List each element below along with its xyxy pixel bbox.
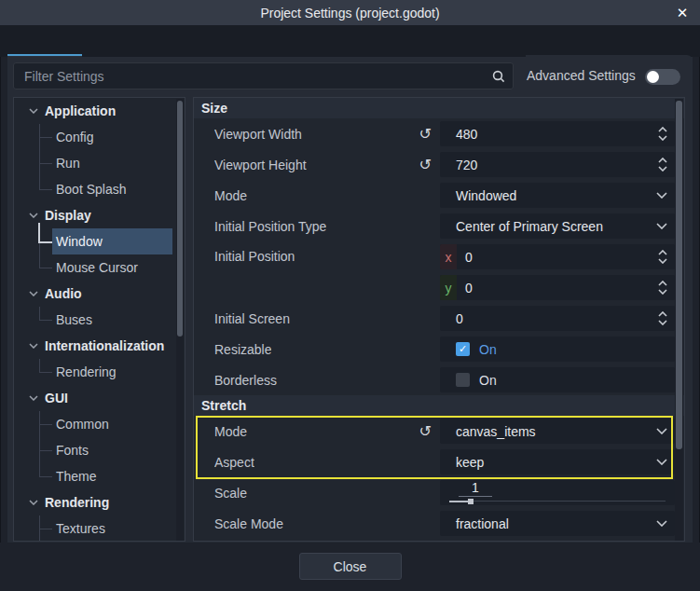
revert-icon[interactable]: ↺ (419, 127, 432, 142)
tree-category-internationalization[interactable]: Internationalization (14, 333, 185, 359)
tree-category-application[interactable]: Application (14, 98, 185, 124)
search-icon (491, 69, 506, 84)
initial-position-type-dropdown[interactable]: Center of Primary Screen (440, 213, 675, 239)
chevron-down-icon (29, 395, 38, 401)
section-title: Size (201, 101, 227, 116)
chevron-down-icon (29, 343, 38, 349)
scale-mode-dropdown[interactable]: fractional (440, 511, 675, 536)
setting-row-viewport-width: Viewport Width↺ 480 (194, 118, 684, 149)
revert-icon[interactable]: ↺ (419, 158, 432, 172)
x-axis-label: x (440, 244, 457, 269)
setting-label: Aspect (214, 455, 254, 470)
tree-guide-line (32, 359, 52, 385)
setting-label: Mode (214, 188, 247, 203)
tree-item-boot-splash[interactable]: Boot Splash (14, 176, 185, 202)
tree-item-label: Rendering (52, 359, 172, 385)
tree-item-fonts[interactable]: Fonts (14, 437, 185, 463)
tree-item-label: GUI (45, 391, 68, 405)
title-bar: Project Settings (project.godot) ✕ (0, 0, 700, 25)
chevron-down-icon[interactable] (656, 520, 667, 527)
chevron-down-icon (29, 291, 38, 296)
spinbox-value: 720 (447, 158, 658, 172)
tree-item-theme[interactable]: Theme (14, 463, 185, 489)
tree-guide-line (32, 124, 52, 150)
tree-item-mouse-cursor[interactable]: Mouse Cursor (14, 254, 185, 281)
tree-item-run[interactable]: Run (14, 150, 185, 176)
tree-guide-line (32, 254, 52, 281)
tree-item-buses[interactable]: Buses (14, 307, 185, 333)
dropdown-value: canvas_items (447, 424, 656, 439)
dropdown-value: keep (447, 455, 656, 470)
revert-icon[interactable]: ↺ (419, 424, 432, 439)
setting-label: Borderless (214, 373, 277, 388)
setting-row-initial-screen: Initial Screen 0 (194, 303, 684, 334)
tree-category-audio[interactable]: Audio (14, 281, 185, 307)
advanced-settings-toggle[interactable] (645, 69, 680, 85)
spinbox-value: 0 (457, 281, 658, 296)
chevron-down-icon[interactable] (656, 192, 667, 199)
tree-guide-line (32, 463, 52, 489)
tree-item-rendering[interactable]: Rendering (14, 359, 185, 385)
tree-guide-line (32, 411, 52, 437)
tree-item-label: Mouse Cursor (52, 254, 172, 281)
chevron-down-icon[interactable] (656, 459, 667, 465)
setting-label: Initial Screen (214, 311, 290, 326)
toggle-knob (647, 71, 659, 83)
tree-item-common[interactable]: Common (14, 411, 185, 437)
chevron-down-icon (29, 500, 38, 505)
viewport-height-spinbox[interactable]: 720 (440, 152, 675, 177)
check-glyph: ✓ (459, 343, 467, 355)
viewport-width-spinbox[interactable]: 480 (440, 121, 675, 146)
scale-spin-slider[interactable]: 1 (440, 480, 675, 505)
close-button[interactable]: Close (299, 553, 402, 580)
tree-guide-line (32, 150, 52, 176)
tree-item-label: Display (45, 208, 91, 223)
setting-row-stretch-scale: Scale 1 (194, 477, 684, 508)
checkbox-label: On (479, 342, 497, 357)
panel-scrollbar[interactable] (675, 99, 683, 542)
spinner-updown-icon[interactable] (658, 250, 667, 264)
tree-category-rendering[interactable]: Rendering (14, 489, 185, 515)
y-axis-label: y (440, 275, 457, 300)
tab-strip: General Input Map Localization Globals P… (0, 25, 700, 57)
resizable-checkbox-row[interactable]: ✓ On (440, 337, 675, 362)
chevron-down-icon[interactable] (656, 428, 667, 434)
close-icon[interactable]: ✕ (673, 4, 692, 22)
tree-item-label: Application (45, 103, 116, 118)
spinner-updown-icon[interactable] (658, 311, 667, 325)
scrollbar-thumb[interactable] (676, 101, 682, 449)
tree-item-label: Common (52, 411, 172, 437)
tree-category-gui[interactable]: GUI (14, 385, 185, 411)
settings-tree: Application Config Run Boot Splash Displ… (13, 97, 185, 542)
checkbox-label: On (479, 373, 497, 388)
search-input[interactable] (13, 62, 514, 89)
tree-guide-line (32, 515, 52, 542)
stretch-mode-dropdown[interactable]: canvas_items (440, 419, 675, 444)
tree-item-textures[interactable]: Textures (14, 515, 185, 542)
checkbox-icon[interactable] (456, 373, 470, 387)
chevron-down-icon[interactable] (656, 223, 667, 229)
tree-guide-line (32, 307, 52, 333)
slider-grabber[interactable] (468, 499, 474, 504)
initial-position-y-spinbox[interactable]: y 0 (440, 275, 675, 300)
spinner-updown-icon[interactable] (658, 158, 667, 172)
spinner-updown-icon[interactable] (658, 127, 667, 141)
setting-label: Resizable (214, 342, 271, 357)
tree-item-window[interactable]: Window (14, 228, 185, 254)
sidebar-scrollbar[interactable] (176, 99, 184, 541)
scrollbar-thumb[interactable] (177, 101, 183, 337)
stretch-aspect-dropdown[interactable]: keep (440, 449, 675, 474)
setting-row-stretch-mode: Mode↺ canvas_items (194, 416, 684, 447)
borderless-checkbox-row[interactable]: On (440, 367, 675, 392)
setting-row-viewport-height: Viewport Height↺ 720 (194, 149, 684, 180)
initial-position-x-spinbox[interactable]: x 0 (440, 244, 675, 269)
mode-dropdown[interactable]: Windowed (440, 183, 675, 208)
initial-screen-spinbox[interactable]: 0 (440, 306, 675, 331)
spinner-updown-icon[interactable] (658, 281, 667, 295)
slider-track[interactable] (449, 498, 666, 505)
tree-item-label: Buses (52, 307, 172, 333)
checkbox-icon[interactable]: ✓ (456, 342, 470, 356)
tree-item-config[interactable]: Config (14, 124, 185, 150)
tree-item-label: Theme (52, 463, 172, 489)
setting-label: Mode (214, 424, 247, 439)
